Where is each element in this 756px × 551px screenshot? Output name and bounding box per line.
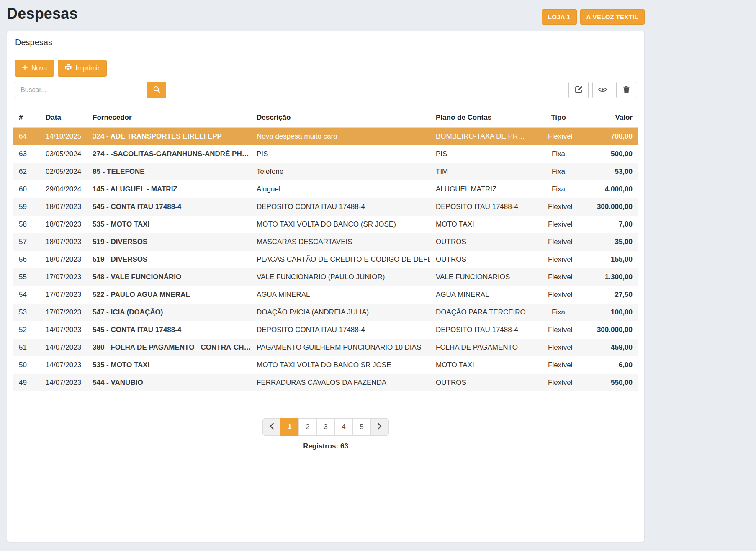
- cell-type[interactable]: Fixa: [543, 163, 574, 180]
- cell-description[interactable]: DEPOSITO CONTA ITAU 17488-4: [251, 321, 430, 339]
- cell-value[interactable]: 35,00: [574, 233, 638, 251]
- cell-date[interactable]: 14/07/2023: [40, 374, 87, 391]
- table-row[interactable]: 5114/07/2023380 - FOLHA DE PAGAMENTO - C…: [13, 339, 638, 356]
- cell-value[interactable]: 7,00: [574, 216, 638, 233]
- delete-button[interactable]: [616, 82, 636, 98]
- cell-date[interactable]: 17/07/2023: [40, 304, 87, 321]
- cell-num[interactable]: 57: [13, 233, 40, 251]
- cell-description[interactable]: PIS: [251, 145, 430, 163]
- cell-plan[interactable]: MOTO TAXI: [430, 356, 543, 374]
- cell-date[interactable]: 14/07/2023: [40, 356, 87, 374]
- search-input[interactable]: [15, 82, 147, 98]
- cell-value[interactable]: 27,50: [574, 286, 638, 304]
- table-row[interactable]: 5818/07/2023535 - MOTO TAXIMOTO TAXI VOL…: [13, 216, 638, 233]
- cell-type[interactable]: Flexível: [543, 198, 574, 216]
- cell-supplier[interactable]: 85 - TELEFONE: [87, 163, 251, 180]
- cell-num[interactable]: 55: [13, 268, 40, 286]
- cell-supplier[interactable]: 535 - MOTO TAXI: [87, 356, 251, 374]
- cell-num[interactable]: 63: [13, 145, 40, 163]
- cell-type[interactable]: Flexível: [543, 251, 574, 268]
- next-page-button[interactable]: [370, 418, 389, 436]
- cell-value[interactable]: 550,00: [574, 374, 638, 391]
- page-button-1[interactable]: 1: [280, 418, 299, 436]
- cell-date[interactable]: 17/07/2023: [40, 268, 87, 286]
- cell-description[interactable]: MOTO TAXI VOLTA DO BANCO SR JOSE: [251, 356, 430, 374]
- cell-date[interactable]: 18/07/2023: [40, 251, 87, 268]
- cell-supplier[interactable]: 519 - DIVERSOS: [87, 233, 251, 251]
- table-row[interactable]: 5918/07/2023545 - CONTA ITAU 17488-4DEPO…: [13, 198, 638, 216]
- table-row[interactable]: 5317/07/2023547 - ICIA (DOAÇÃO)DOAÇÃO P/…: [13, 304, 638, 321]
- cell-date[interactable]: 14/07/2023: [40, 321, 87, 339]
- company-button[interactable]: A VELOZ TEXTIL: [580, 9, 645, 25]
- cell-supplier[interactable]: 547 - ICIA (DOAÇÃO): [87, 304, 251, 321]
- cell-value[interactable]: 300.000,00: [574, 321, 638, 339]
- table-row[interactable]: 5014/07/2023535 - MOTO TAXIMOTO TAXI VOL…: [13, 356, 638, 374]
- table-row[interactable]: 4914/07/2023544 - VANUBIOFERRADURAS CAVA…: [13, 374, 638, 391]
- table-row[interactable]: 6029/04/2024145 - ALUGUEL - MATRIZAlugue…: [13, 180, 638, 198]
- cell-type[interactable]: Flexível: [543, 321, 574, 339]
- cell-type[interactable]: Flexível: [543, 128, 574, 146]
- cell-supplier[interactable]: 545 - CONTA ITAU 17488-4: [87, 321, 251, 339]
- table-row[interactable]: 5214/07/2023545 - CONTA ITAU 17488-4DEPO…: [13, 321, 638, 339]
- table-row[interactable]: 6414/10/2025324 - ADL TRANSPORTES EIRELI…: [13, 128, 638, 146]
- page-button-2[interactable]: 2: [298, 418, 317, 436]
- cell-date[interactable]: 14/10/2025: [40, 128, 87, 146]
- cell-supplier[interactable]: 380 - FOLHA DE PAGAMENTO - CONTRA-CH…: [87, 339, 251, 356]
- search-button[interactable]: [147, 82, 166, 98]
- cell-plan[interactable]: FOLHA DE PAGAMENTO: [430, 339, 543, 356]
- cell-num[interactable]: 52: [13, 321, 40, 339]
- cell-type[interactable]: Flexível: [543, 374, 574, 391]
- page-button-3[interactable]: 3: [316, 418, 335, 436]
- cell-description[interactable]: AGUA MINERAL: [251, 286, 430, 304]
- table-row[interactable]: 6202/05/202485 - TELEFONETelefoneTIMFixa…: [13, 163, 638, 180]
- cell-num[interactable]: 51: [13, 339, 40, 356]
- cell-plan[interactable]: DEPOSITO ITAU 17488-4: [430, 321, 543, 339]
- cell-plan[interactable]: OUTROS: [430, 233, 543, 251]
- cell-num[interactable]: 53: [13, 304, 40, 321]
- cell-supplier[interactable]: 545 - CONTA ITAU 17488-4: [87, 198, 251, 216]
- cell-description[interactable]: DOAÇÃO P/ICIA (ANDREIA JULIA): [251, 304, 430, 321]
- table-row[interactable]: 6303/05/2024274 - -SACOLITAS-GARANHUNS-A…: [13, 145, 638, 163]
- cell-date[interactable]: 18/07/2023: [40, 198, 87, 216]
- cell-type[interactable]: Flexível: [543, 286, 574, 304]
- prev-page-button[interactable]: [262, 418, 281, 436]
- table-row[interactable]: 5618/07/2023519 - DIVERSOSPLACAS CARTÃO …: [13, 251, 638, 268]
- cell-plan[interactable]: BOMBEIRO-TAXA DE PR…: [430, 128, 543, 146]
- cell-value[interactable]: 459,00: [574, 339, 638, 356]
- cell-description[interactable]: MOTO TAXI VOLTA DO BANCO (SR JOSE): [251, 216, 430, 233]
- cell-supplier[interactable]: 522 - PAULO AGUA MNERAL: [87, 286, 251, 304]
- cell-description[interactable]: Telefone: [251, 163, 430, 180]
- cell-description[interactable]: VALE FUNCIONARIO (PAULO JUNIOR): [251, 268, 430, 286]
- cell-plan[interactable]: VALE FUNCIONARIOS: [430, 268, 543, 286]
- cell-plan[interactable]: AGUA MINERAL: [430, 286, 543, 304]
- cell-type[interactable]: Flexível: [543, 356, 574, 374]
- cell-supplier[interactable]: 519 - DIVERSOS: [87, 251, 251, 268]
- table-row[interactable]: 5718/07/2023519 - DIVERSOSMASCARAS DESCA…: [13, 233, 638, 251]
- edit-button[interactable]: [568, 82, 589, 98]
- cell-supplier[interactable]: 145 - ALUGUEL - MATRIZ: [87, 180, 251, 198]
- cell-supplier[interactable]: 324 - ADL TRANSPORTES EIRELI EPP: [87, 128, 251, 146]
- cell-num[interactable]: 56: [13, 251, 40, 268]
- cell-description[interactable]: Aluguel: [251, 180, 430, 198]
- cell-value[interactable]: 155,00: [574, 251, 638, 268]
- cell-type[interactable]: Flexível: [543, 339, 574, 356]
- cell-plan[interactable]: MOTO TAXI: [430, 216, 543, 233]
- new-expense-button[interactable]: Nova: [15, 60, 54, 77]
- cell-value[interactable]: 100,00: [574, 304, 638, 321]
- cell-num[interactable]: 64: [13, 128, 40, 146]
- cell-description[interactable]: DEPOSITO CONTA ITAU 17488-4: [251, 198, 430, 216]
- cell-description[interactable]: Nova despesa muito cara: [251, 128, 430, 146]
- view-button[interactable]: [592, 82, 612, 98]
- cell-supplier[interactable]: 274 - -SACOLITAS-GARANHUNS-ANDRÉ PH…: [87, 145, 251, 163]
- cell-supplier[interactable]: 544 - VANUBIO: [87, 374, 251, 391]
- cell-plan[interactable]: ALUGUEL MATRIZ: [430, 180, 543, 198]
- cell-num[interactable]: 59: [13, 198, 40, 216]
- cell-plan[interactable]: DOAÇÃO PARA TERCEIRO: [430, 304, 543, 321]
- cell-supplier[interactable]: 548 - VALE FUNCIONÁRIO: [87, 268, 251, 286]
- cell-description[interactable]: FERRADURAS CAVALOS DA FAZENDA: [251, 374, 430, 391]
- cell-type[interactable]: Flexível: [543, 268, 574, 286]
- print-button[interactable]: Imprimir: [58, 60, 107, 77]
- cell-plan[interactable]: DEPOSITO ITAU 17488-4: [430, 198, 543, 216]
- cell-plan[interactable]: OUTROS: [430, 374, 543, 391]
- page-button-4[interactable]: 4: [334, 418, 353, 436]
